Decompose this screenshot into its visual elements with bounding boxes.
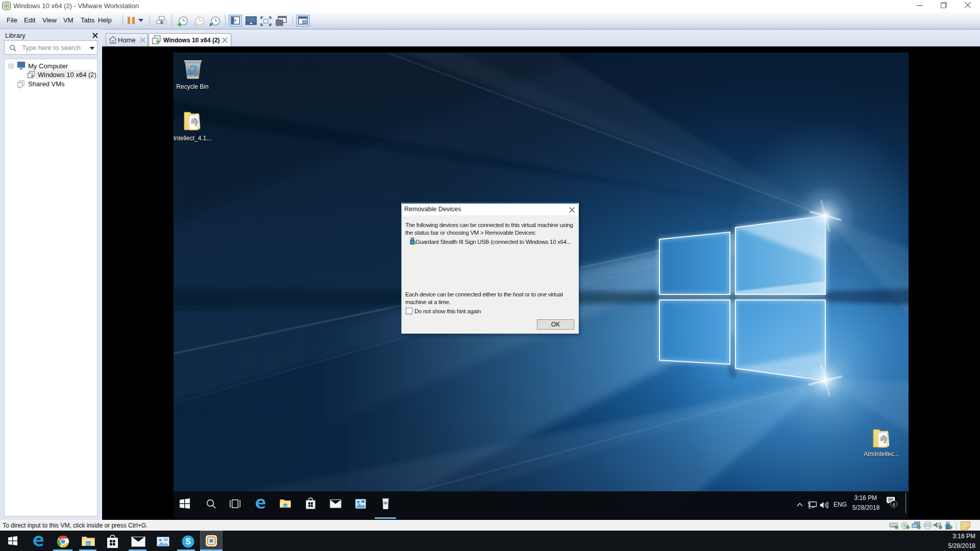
svg-text:4: 4 [892,502,895,507]
svg-text:S: S [185,537,191,546]
